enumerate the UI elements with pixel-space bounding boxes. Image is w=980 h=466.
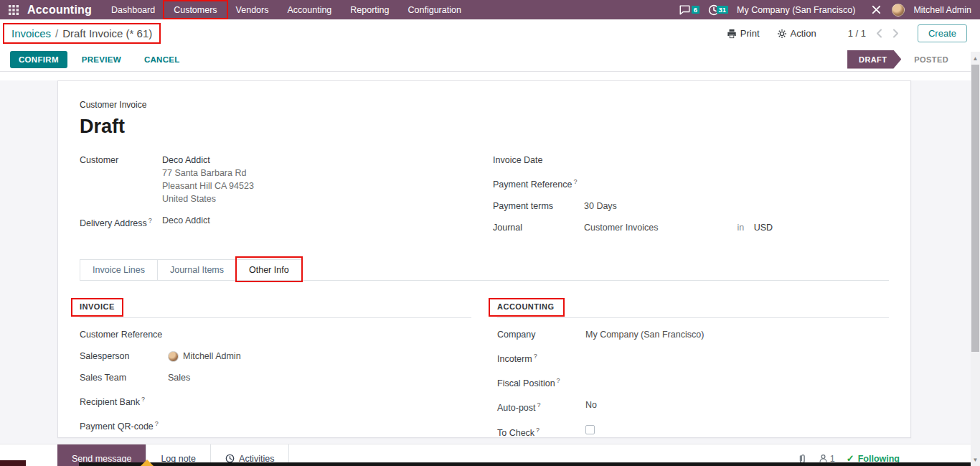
- print-label: Print: [740, 28, 760, 39]
- form-statusbar: CONFIRM PREVIEW CANCEL DRAFT POSTED: [0, 47, 980, 72]
- menu-item-vendors[interactable]: Vendors: [227, 0, 278, 19]
- preview-button[interactable]: PREVIEW: [73, 51, 130, 68]
- customer-label: Customer: [80, 154, 162, 205]
- document-type-label: Customer Invoice: [80, 100, 889, 110]
- vertical-scrollbar[interactable]: ▲ ▼: [971, 52, 980, 466]
- help-question-mark: ?: [534, 353, 537, 360]
- journal-field: Journal Customer Invoices in USD: [493, 221, 889, 234]
- salesperson-field: Salesperson Mitchell Admin: [80, 350, 471, 363]
- fiscal-position-label: Fiscal Position?: [497, 374, 585, 390]
- help-question-mark: ?: [573, 178, 577, 185]
- journal-value[interactable]: Customer Invoices: [584, 221, 659, 234]
- tab-invoice-lines[interactable]: Invoice Lines: [80, 259, 158, 280]
- menu-item-configuration[interactable]: Configuration: [399, 0, 471, 19]
- other-info-page: INVOICE Customer Reference Salesperson M…: [80, 299, 889, 438]
- invoice-date-label: Invoice Date: [493, 154, 584, 167]
- navbar-left: Accounting Dashboard Customers Vendors A…: [0, 0, 471, 19]
- pager-arrows: [876, 29, 899, 38]
- create-button[interactable]: Create: [918, 24, 967, 42]
- action-button[interactable]: Action: [770, 25, 824, 42]
- scrollbar-up-arrow[interactable]: ▲: [971, 53, 980, 63]
- customer-name-link[interactable]: Deco Addict: [162, 154, 254, 167]
- payment-terms-label: Payment terms: [493, 200, 584, 213]
- incoterm-label: Incoterm?: [497, 350, 585, 365]
- fiscal-position-field: Fiscal Position?: [497, 374, 889, 390]
- delivery-address-value[interactable]: Deco Addict: [162, 214, 210, 230]
- recipient-bank-label: Recipient Bank?: [80, 393, 168, 409]
- print-icon: [727, 29, 737, 39]
- customer-value: Deco Addict 77 Santa Barbara Rd Pleasant…: [162, 154, 254, 205]
- incoterm-field: Incoterm?: [497, 350, 889, 365]
- cancel-button[interactable]: CANCEL: [136, 51, 189, 68]
- tab-journal-items[interactable]: Journal Items: [157, 259, 237, 280]
- tab-other-info[interactable]: Other Info: [236, 259, 302, 280]
- breadcrumb: Invoices / Draft Invoice (* 61): [3, 24, 161, 43]
- sales-team-value[interactable]: Sales: [168, 371, 190, 384]
- messages-badge: 6: [692, 6, 699, 14]
- main-menu: Dashboard Customers Vendors Accounting R…: [102, 0, 471, 19]
- print-button[interactable]: Print: [720, 25, 767, 42]
- payment-qr-field: Payment QR-code?: [80, 417, 471, 433]
- payment-qr-label: Payment QR-code?: [80, 417, 168, 433]
- journal-currency-value[interactable]: USD: [754, 223, 773, 233]
- user-avatar[interactable]: [892, 4, 905, 17]
- auto-post-label: Auto-post?: [497, 399, 585, 414]
- menu-item-dashboard[interactable]: Dashboard: [102, 0, 164, 19]
- invoice-header-fields: Customer Deco Addict 77 Santa Barbara Rd…: [80, 154, 889, 243]
- customer-address-line2: Pleasant Hill CA 94523: [162, 180, 254, 192]
- top-navbar: Accounting Dashboard Customers Vendors A…: [0, 0, 980, 19]
- help-question-mark: ?: [536, 427, 540, 434]
- journal-currency-field: in USD: [738, 221, 773, 234]
- developer-tools-button[interactable]: [867, 4, 886, 15]
- to-check-checkbox[interactable]: [585, 425, 595, 434]
- pager-counter: 1 / 1: [848, 28, 866, 39]
- breadcrumb-invoices-link[interactable]: Invoices: [11, 27, 51, 39]
- payment-reference-label: Payment Reference?: [493, 175, 584, 191]
- scrollbar-down-arrow[interactable]: ▼: [971, 455, 980, 465]
- company-label: Company: [497, 328, 585, 341]
- delivery-address-field: Delivery Address? Deco Addict: [80, 214, 476, 230]
- user-menu[interactable]: Mitchell Admin: [910, 5, 971, 15]
- status-draft[interactable]: DRAFT: [847, 50, 901, 69]
- customer-field: Customer Deco Addict 77 Santa Barbara Rd…: [80, 154, 476, 205]
- activities-button[interactable]: 31: [702, 4, 725, 16]
- auto-post-value[interactable]: No: [585, 399, 597, 411]
- delivery-address-label: Delivery Address?: [80, 214, 162, 230]
- bottom-edge-artifact: [79, 462, 971, 466]
- confirm-button[interactable]: CONFIRM: [10, 51, 67, 68]
- journal-in-label: in: [738, 223, 745, 233]
- document-title: Draft: [80, 116, 889, 138]
- breadcrumb-separator: /: [51, 27, 62, 39]
- salesperson-value[interactable]: Mitchell Admin: [168, 350, 241, 363]
- menu-item-accounting[interactable]: Accounting: [278, 0, 341, 19]
- help-question-mark: ?: [155, 420, 159, 427]
- chevron-left-icon[interactable]: [876, 29, 882, 38]
- salesperson-label: Salesperson: [80, 350, 168, 363]
- gear-icon: [777, 29, 787, 39]
- menu-item-customers-label: Customers: [174, 5, 217, 15]
- payment-terms-value[interactable]: 30 Days: [584, 200, 617, 213]
- customer-reference-field: Customer Reference: [80, 328, 471, 341]
- app-brand-title[interactable]: Accounting: [26, 0, 102, 19]
- invoice-section-title: INVOICE: [80, 302, 115, 311]
- status-posted[interactable]: POSTED: [901, 50, 958, 69]
- customer-address-line3: United States: [162, 192, 254, 205]
- company-value[interactable]: My Company (San Francisco): [585, 328, 704, 341]
- apps-menu-button[interactable]: [0, 0, 26, 19]
- recipient-bank-field: Recipient Bank?: [80, 393, 471, 409]
- salesperson-avatar: [168, 351, 179, 362]
- salesperson-name: Mitchell Admin: [183, 350, 241, 363]
- apps-grid-icon: [9, 5, 19, 15]
- scrollbar-thumb[interactable]: [971, 65, 979, 352]
- company-switcher[interactable]: My Company (San Francisco): [731, 5, 861, 15]
- action-label: Action: [791, 28, 816, 39]
- status-widget: DRAFT POSTED: [847, 50, 958, 69]
- help-question-mark: ?: [557, 377, 560, 384]
- wrench-icon: [871, 4, 882, 15]
- chevron-right-icon[interactable]: [892, 29, 899, 38]
- tab-other-info-label: Other Info: [249, 265, 289, 275]
- help-question-mark: ?: [537, 401, 541, 409]
- messages-button[interactable]: 6: [673, 4, 697, 15]
- menu-item-customers[interactable]: Customers: [164, 0, 226, 19]
- menu-item-reporting[interactable]: Reporting: [341, 0, 398, 19]
